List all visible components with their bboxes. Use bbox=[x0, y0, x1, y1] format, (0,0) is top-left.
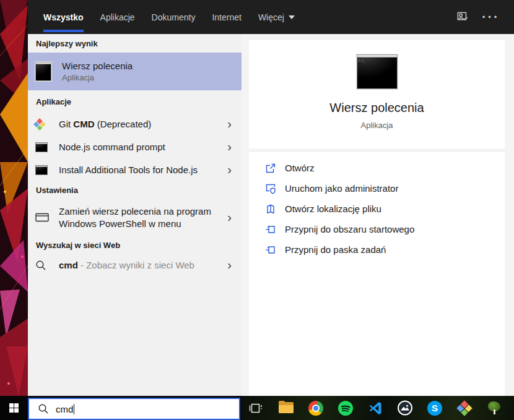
chevron-right-icon: › bbox=[227, 163, 232, 176]
app-preview-card: C:\_ Wiersz polecenia Aplikacja bbox=[249, 40, 505, 148]
desktop-wallpaper bbox=[0, 0, 28, 396]
preview-panel: C:\_ Wiersz polecenia Aplikacja Otwórz bbox=[242, 34, 514, 396]
taskbar-search-input[interactable]: cmd bbox=[28, 398, 240, 420]
action-label: Otwórz lokalizację pliku bbox=[285, 204, 381, 214]
taskbar-icons: S bbox=[242, 396, 514, 420]
app-actions-card: Otwórz Uruchom jako administrator Otwórz… bbox=[249, 152, 505, 396]
action-label: Przypnij do paska zadań bbox=[285, 244, 386, 255]
chevron-right-icon: › bbox=[227, 140, 232, 153]
vscode-button[interactable] bbox=[368, 400, 383, 416]
spotify-icon bbox=[338, 401, 353, 416]
result-git-cmd[interactable]: Git CMD (Deprecated) › bbox=[28, 113, 242, 135]
tab-label: Dokumenty bbox=[152, 12, 196, 22]
pin-icon bbox=[265, 224, 276, 235]
result-title: Wiersz polecenia bbox=[62, 61, 133, 71]
git-icon bbox=[456, 400, 472, 416]
result-replace-cmd-with-powershell[interactable]: Zamień wiersz polecenia na program Windo… bbox=[28, 199, 242, 236]
result-title: Install Additional Tools for Node.js bbox=[59, 165, 198, 175]
spotify-button[interactable] bbox=[338, 400, 353, 416]
action-open[interactable]: Otwórz bbox=[249, 158, 505, 178]
section-best-match: Najlepszy wynik bbox=[28, 34, 242, 53]
git-icon bbox=[33, 118, 46, 131]
chevron-down-icon bbox=[289, 15, 295, 19]
cmd-window-icon: C:\_ bbox=[357, 54, 398, 89]
result-web-search-cmd[interactable]: cmd - Zobacz wyniki z sieci Web › bbox=[28, 254, 242, 276]
admin-shield-icon bbox=[265, 183, 276, 194]
chevron-right-icon: › bbox=[227, 118, 232, 130]
result-nodejs-command-prompt[interactable]: Node.js command prompt › bbox=[28, 135, 242, 158]
more-options-button[interactable]: ••• bbox=[482, 8, 500, 27]
action-pin-to-taskbar[interactable]: Przypnij do paska zadań bbox=[249, 239, 505, 260]
search-input-value: cmd bbox=[56, 404, 73, 414]
filter-tabs: Wszystko Aplikacje Dokumenty Internet Wi… bbox=[28, 0, 295, 34]
action-run-as-admin[interactable]: Uruchom jako administrator bbox=[249, 178, 505, 199]
open-icon bbox=[265, 163, 276, 174]
section-apps: Aplikacje bbox=[28, 90, 242, 113]
search-icon bbox=[38, 403, 49, 414]
result-title: Zamień wiersz polecenia na program Windo… bbox=[59, 205, 211, 230]
cmd-window-icon bbox=[35, 165, 48, 175]
header-actions: ••• bbox=[453, 0, 514, 34]
search-flyout-header: Wszystko Aplikacje Dokumenty Internet Wi… bbox=[28, 0, 514, 34]
chevron-right-icon: › bbox=[227, 259, 232, 271]
chrome-button[interactable] bbox=[308, 400, 323, 416]
cmd-window-icon bbox=[35, 142, 48, 152]
taskbar: cmd bbox=[0, 396, 514, 420]
window-icon bbox=[35, 213, 49, 223]
cmd-icon-text: C:\_ bbox=[359, 59, 366, 62]
result-install-node-tools[interactable]: Install Additional Tools for Node.js › bbox=[28, 158, 242, 181]
app-title: Wiersz polecenia bbox=[329, 101, 424, 115]
task-view-button[interactable] bbox=[249, 400, 264, 416]
chevron-right-icon: › bbox=[227, 211, 232, 223]
tree-app-button[interactable] bbox=[487, 400, 502, 416]
action-open-file-location[interactable]: Otwórz lokalizację pliku bbox=[249, 199, 505, 219]
search-icon bbox=[35, 260, 46, 271]
chrome-icon bbox=[308, 401, 323, 416]
file-explorer-icon bbox=[279, 402, 294, 414]
task-view-icon bbox=[249, 401, 264, 415]
action-label: Otwórz bbox=[285, 163, 315, 173]
photos-icon bbox=[398, 400, 412, 416]
result-title: cmd - Zobacz wyniki z sieci Web bbox=[59, 260, 194, 270]
git-button[interactable] bbox=[457, 400, 472, 416]
tab-wszystko[interactable]: Wszystko bbox=[43, 0, 84, 34]
wallpaper-polygons bbox=[0, 0, 28, 396]
start-button[interactable] bbox=[0, 396, 28, 420]
section-web-search: Wyszukaj w sieci Web bbox=[28, 236, 242, 254]
tree-app-icon bbox=[487, 401, 501, 416]
tab-internet[interactable]: Internet bbox=[212, 0, 241, 34]
skype-icon: S bbox=[427, 401, 442, 416]
result-title: Git CMD (Deprecated) bbox=[59, 119, 151, 129]
result-best-match-wiersz-polecenia[interactable]: Wiersz polecenia Aplikacja bbox=[28, 53, 242, 90]
tab-label: Aplikacje bbox=[100, 12, 135, 22]
vscode-icon bbox=[368, 401, 383, 416]
tab-wiecej[interactable]: Więcej bbox=[258, 0, 295, 34]
photos-button[interactable] bbox=[398, 400, 412, 416]
text-caret bbox=[74, 404, 74, 414]
skype-button[interactable]: S bbox=[427, 400, 442, 416]
windows-logo-icon bbox=[9, 403, 19, 413]
tab-label: Internet bbox=[212, 12, 241, 22]
search-results-panel: Najlepszy wynik Wiersz polecenia Aplikac… bbox=[28, 34, 242, 396]
action-label: Przypnij do obszaru startowego bbox=[285, 224, 414, 234]
action-pin-to-start[interactable]: Przypnij do obszaru startowego bbox=[249, 219, 505, 239]
cmd-window-icon bbox=[35, 62, 51, 81]
user-account-button[interactable] bbox=[453, 8, 472, 27]
result-title: Node.js command prompt bbox=[59, 142, 165, 152]
result-subtitle: Aplikacja bbox=[62, 73, 133, 82]
active-tab-underline bbox=[43, 30, 84, 32]
user-account-icon bbox=[455, 10, 470, 25]
tab-dokumenty[interactable]: Dokumenty bbox=[152, 0, 196, 34]
app-subtitle: Aplikacja bbox=[360, 121, 393, 130]
action-label: Uruchom jako administrator bbox=[285, 183, 398, 194]
ellipsis-icon: ••• bbox=[482, 12, 500, 22]
file-explorer-button[interactable] bbox=[279, 400, 294, 416]
pin-icon bbox=[265, 244, 276, 255]
file-location-icon bbox=[265, 204, 276, 215]
tab-label: Więcej bbox=[258, 12, 284, 22]
section-settings: Ustawienia bbox=[28, 181, 242, 199]
tab-aplikacje[interactable]: Aplikacje bbox=[100, 0, 135, 34]
tab-label: Wszystko bbox=[43, 12, 84, 22]
